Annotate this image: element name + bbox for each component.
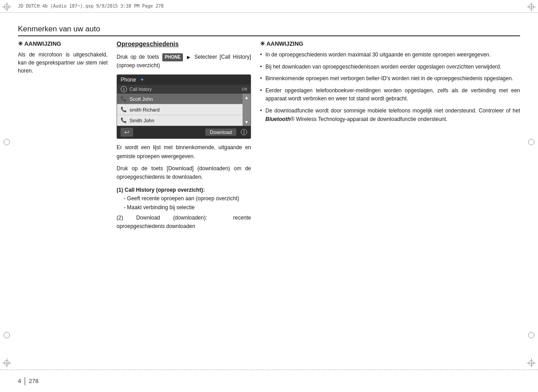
reg-mark-bl	[2, 358, 11, 367]
section-heading: Oproepgeschiedenis	[117, 40, 251, 47]
left-note-title: ✳ AANWIJZING	[18, 40, 108, 47]
bullet-item-3: Binnenkomende oproepen met verborgen bel…	[260, 74, 520, 83]
phone-ui-mockup: Phone ✦ 1 Call history 1/8 📞 Scott John …	[117, 74, 251, 139]
circle-2: 2	[241, 129, 247, 135]
chapter-number: 4	[18, 378, 21, 384]
phone-rows: 📞 Scott John 📞 smith Richard 📞 Smith Joh…	[117, 94, 243, 126]
phone-title-label: Phone	[121, 77, 136, 83]
phone-list-header: 1 Call history 1/8	[117, 85, 251, 94]
call-history-label: Call history	[130, 87, 152, 92]
binding-hole-right	[528, 139, 534, 145]
bullet-item-5: De downloadfunctie wordt door sommige mo…	[260, 107, 520, 123]
bluetooth-icon: ✦	[140, 77, 144, 83]
bullet-list: In de oproepgeschiedenis worden maximaal…	[260, 51, 520, 123]
phone-row-icon-1: 📞	[121, 96, 127, 102]
phone-button: PHONE	[162, 53, 183, 61]
reg-mark-br	[527, 358, 536, 367]
phone-row-name-3: Smith John	[130, 118, 154, 123]
scroll-bar: ▲ ▼	[243, 94, 251, 126]
middle-column: Oproepgeschiedenis Druk op de toets PHON…	[117, 40, 260, 365]
phone-row-1[interactable]: 📞 Scott John	[117, 94, 243, 104]
numbered-list: (1) Call History (oproep overzicht): - G…	[117, 186, 251, 231]
phone-row-2[interactable]: 📞 smith Richard	[117, 104, 243, 115]
content-area: ✳ AANWIJZING Als de microfoon is uitgesc…	[18, 40, 520, 365]
circle-1: 1	[121, 86, 127, 92]
download-button[interactable]: Download	[205, 129, 236, 136]
page-header: JD DUTCH 4b (Audio 187~).qxp 9/9/2015 3:…	[0, 0, 538, 13]
right-column: ✳ AANWIJZING In de oproepgeschiedenis wo…	[260, 40, 520, 365]
page-number: 278	[29, 378, 39, 384]
list-item-2: (2) Download (downloaden): recente oproe…	[117, 214, 251, 231]
para-1: Er wordt een lijst met binnenkomende, ui…	[117, 143, 251, 160]
list-sub-1a: - Geeft recente oproepen aan (oproep ove…	[117, 194, 251, 203]
bluetooth-trademark: Bluetooth	[265, 116, 291, 122]
phone-footer: ↩ Download 2	[117, 126, 251, 138]
scroll-down[interactable]: ▼	[244, 120, 249, 125]
left-column: ✳ AANWIJZING Als de microfoon is uitgesc…	[18, 40, 117, 365]
binding-hole-left-2	[4, 332, 10, 338]
intro-text-1: Druk op de toets	[117, 54, 161, 60]
section-title: Kenmerken van uw auto	[18, 25, 520, 36]
intro-instruction: Druk op de toets PHONE ▶ Selecteer [Call…	[117, 53, 251, 70]
page-divider	[25, 377, 25, 385]
para-2: Druk op de toets [Download] (downloaden)…	[117, 164, 251, 181]
header-text: JD DUTCH 4b (Audio 187~).qxp 9/9/2015 3:…	[18, 4, 164, 9]
phone-row-icon-2: 📞	[121, 107, 127, 112]
bullet-item-2: Bij het downloaden van oproepgeschiedeni…	[260, 63, 520, 71]
binding-hole-left	[4, 139, 10, 145]
section-title-bar: Kenmerken van uw auto	[18, 25, 520, 36]
phone-list-content: 📞 Scott John 📞 smith Richard 📞 Smith Joh…	[117, 94, 251, 126]
list-sub-1b: - Maakt verbinding bij selectie	[117, 203, 251, 212]
bullet-item-4: Eerder opgeslagen telefoonboekver-meldin…	[260, 86, 520, 103]
right-note-title: ✳ AANWIJZING	[260, 40, 520, 47]
phone-header: Phone ✦	[117, 75, 251, 85]
bullet-item-1: In de oproepgeschiedenis worden maximaal…	[260, 51, 520, 59]
page-count: 1/8	[241, 87, 247, 91]
list-item-1: (1) Call History (oproep overzicht): - G…	[117, 186, 251, 212]
phone-row-3[interactable]: 📞 Smith John	[117, 115, 243, 126]
scroll-up[interactable]: ▲	[244, 95, 249, 100]
binding-hole-right-2	[528, 332, 534, 338]
left-note-text: Als de microfoon is uitgeschakeld, kan d…	[18, 51, 108, 75]
page-footer: 4 278	[0, 370, 538, 392]
left-note-box: ✳ AANWIJZING Als de microfoon is uitgesc…	[18, 40, 108, 75]
right-note-box: ✳ AANWIJZING In de oproepgeschiedenis wo…	[260, 40, 520, 123]
phone-row-icon-3: 📞	[121, 117, 127, 123]
phone-row-name-1: Scott John	[130, 96, 153, 102]
phone-row-name-2: smith Richard	[130, 107, 160, 112]
arrow-icon: ▶	[187, 55, 191, 60]
back-button[interactable]: ↩	[121, 128, 133, 137]
